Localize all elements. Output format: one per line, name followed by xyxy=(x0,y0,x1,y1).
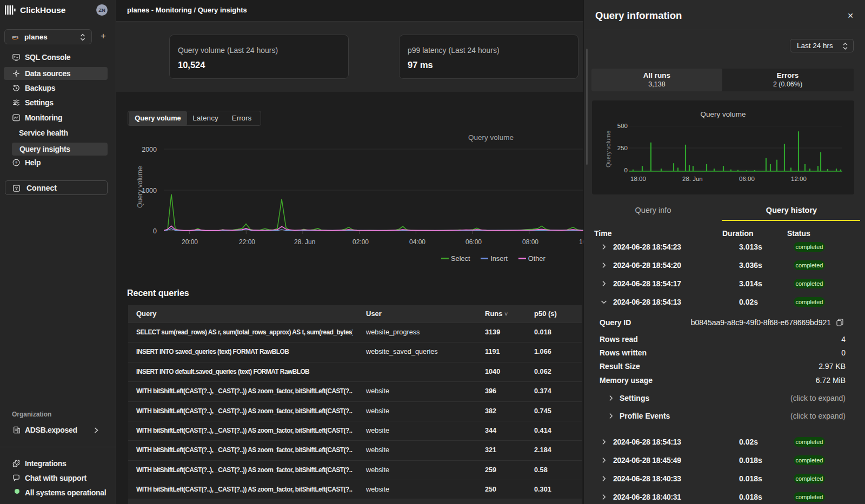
svg-text:aws: aws xyxy=(12,35,19,38)
svg-text:?: ? xyxy=(15,160,18,165)
